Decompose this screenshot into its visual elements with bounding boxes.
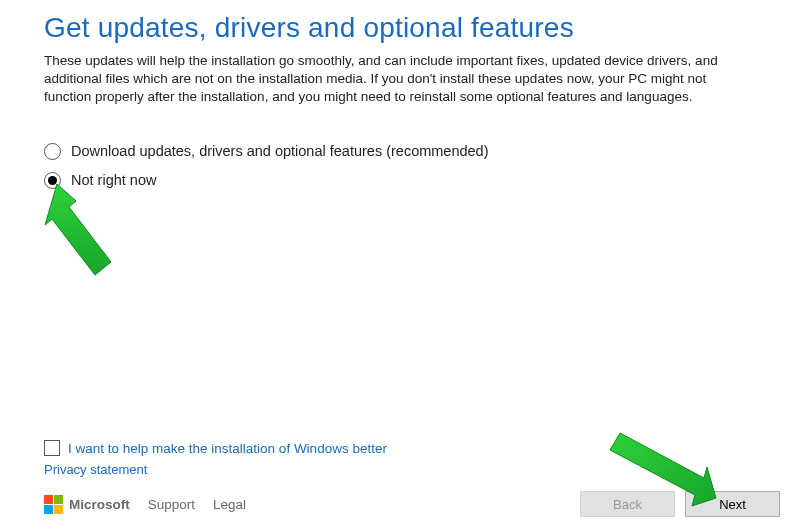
radio-download-label: Download updates, drivers and optional f… [71,143,489,159]
radio-on-icon [44,172,61,189]
legal-link[interactable]: Legal [213,497,246,512]
microsoft-brand-text: Microsoft [69,497,130,512]
microsoft-logo-icon [44,495,63,514]
page-title: Get updates, drivers and optional featur… [44,12,760,44]
back-button: Back [580,491,675,517]
privacy-statement-link[interactable]: Privacy statement [44,462,780,477]
microsoft-logo: Microsoft [44,495,130,514]
radio-not-now-label: Not right now [71,172,156,188]
radio-download-updates[interactable]: Download updates, drivers and optional f… [44,143,760,160]
radio-not-right-now[interactable]: Not right now [44,172,760,189]
feedback-checkbox-label: I want to help make the installation of … [68,441,387,456]
next-button[interactable]: Next [685,491,780,517]
page-description: These updates will help the installation… [44,52,734,107]
radio-off-icon [44,143,61,160]
feedback-checkbox-row[interactable]: I want to help make the installation of … [44,440,780,456]
support-link[interactable]: Support [148,497,195,512]
checkbox-empty-icon [44,440,60,456]
